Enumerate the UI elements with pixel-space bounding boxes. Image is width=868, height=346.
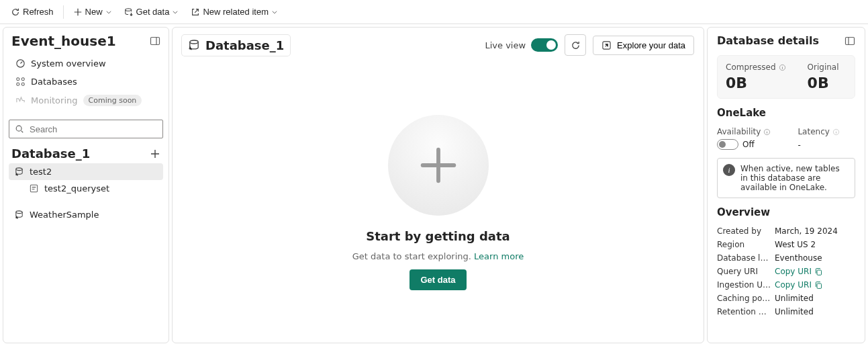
empty-state-title: Start by getting data bbox=[366, 229, 510, 243]
live-view-label: Live view bbox=[485, 40, 526, 50]
chevron-down-icon bbox=[172, 9, 179, 15]
copy-icon bbox=[814, 281, 823, 290]
availability-label: Availability bbox=[717, 127, 761, 136]
toolbar-separator bbox=[63, 5, 64, 19]
nav-monitoring-label: Monitoring bbox=[31, 95, 78, 105]
svg-rect-6 bbox=[21, 83, 24, 85]
svg-point-0 bbox=[125, 8, 131, 11]
created-by-value: March, 19 2024 bbox=[775, 226, 855, 236]
info-icon[interactable] bbox=[763, 128, 771, 136]
plus-icon bbox=[73, 7, 83, 17]
database-location-value: Eventhouse bbox=[775, 253, 855, 263]
latency-label: Latency bbox=[798, 127, 829, 136]
new-related-label: New related item bbox=[203, 7, 269, 17]
tree-item-label: test2_queryset bbox=[44, 183, 158, 193]
new-button[interactable]: New bbox=[68, 4, 117, 19]
refresh-center-button[interactable] bbox=[565, 34, 586, 56]
compressed-label: Compressed bbox=[726, 62, 776, 72]
queryset-icon bbox=[29, 183, 39, 193]
search-input[interactable] bbox=[28, 124, 157, 135]
database-arrow-icon bbox=[124, 7, 134, 17]
region-label: Region bbox=[717, 240, 771, 249]
right-panel: Database details Compressed 0B Ori bbox=[707, 27, 865, 343]
database-chip: Database_1 bbox=[182, 35, 290, 56]
svg-rect-5 bbox=[17, 83, 19, 85]
gauge-icon bbox=[15, 58, 26, 69]
shortcut-icon bbox=[14, 210, 24, 220]
svg-point-10 bbox=[16, 211, 22, 214]
svg-point-7 bbox=[16, 126, 21, 131]
explore-label: Explore your data bbox=[617, 40, 685, 50]
get-data-cta-button[interactable]: Get data bbox=[409, 269, 466, 290]
eventhouse-title: Event_house1 bbox=[11, 33, 116, 49]
ingestion-url-label: Ingestion URL bbox=[717, 280, 771, 290]
ingestion-url-copy[interactable]: Copy URI bbox=[775, 280, 855, 290]
new-related-item-button[interactable]: New related item bbox=[185, 4, 283, 19]
compass-icon bbox=[601, 40, 612, 50]
info-icon[interactable] bbox=[832, 128, 840, 136]
svg-rect-17 bbox=[817, 270, 822, 275]
coming-soon-badge: Coming soon bbox=[83, 95, 142, 106]
storage-stats-card: Compressed 0B Original 0B bbox=[717, 55, 855, 99]
refresh-button[interactable]: Refresh bbox=[5, 4, 59, 19]
svg-rect-1 bbox=[151, 38, 160, 45]
tree-item-label: WeatherSample bbox=[30, 210, 158, 220]
onelake-availability-toggle[interactable] bbox=[717, 139, 738, 150]
learn-more-link[interactable]: Learn more bbox=[474, 251, 524, 261]
refresh-icon bbox=[11, 7, 20, 17]
region-value: West US 2 bbox=[775, 240, 855, 249]
explore-your-data-button[interactable]: Explore your data bbox=[593, 36, 694, 55]
nav-system-overview[interactable]: System overview bbox=[9, 54, 163, 73]
new-label: New bbox=[85, 7, 103, 17]
empty-state-subtitle: Get data to start exploring. Learn more bbox=[352, 251, 524, 261]
caching-policy-label: Caching policy bbox=[717, 294, 771, 303]
tree-item-test2-queryset[interactable]: test2_queryset bbox=[9, 180, 163, 197]
monitoring-icon bbox=[15, 95, 26, 105]
add-database-button[interactable] bbox=[150, 148, 160, 159]
empty-state-illustration bbox=[388, 115, 489, 216]
get-data-button[interactable]: Get data bbox=[119, 4, 185, 19]
availability-value: Off bbox=[742, 140, 755, 149]
info-icon[interactable] bbox=[779, 64, 786, 71]
svg-point-11 bbox=[190, 40, 198, 44]
original-label: Original bbox=[808, 62, 839, 72]
nav-system-overview-label: System overview bbox=[31, 58, 106, 69]
chevron-down-icon bbox=[271, 9, 278, 15]
svg-rect-3 bbox=[17, 78, 19, 81]
tree-item-label: test2 bbox=[30, 167, 158, 177]
shortcut-icon bbox=[14, 167, 24, 177]
svg-rect-18 bbox=[817, 284, 822, 288]
copy-icon bbox=[814, 267, 823, 276]
tree-item-test2[interactable]: test2 bbox=[9, 163, 163, 180]
grid-icon bbox=[15, 77, 26, 87]
live-view-toggle[interactable] bbox=[531, 38, 558, 52]
tree-item-weathersample[interactable]: WeatherSample bbox=[9, 206, 163, 223]
caching-policy-value: Unlimited bbox=[775, 294, 855, 303]
database-icon bbox=[188, 39, 200, 51]
database-section-title: Database_1 bbox=[11, 146, 90, 161]
onelake-info-text: When active, new tables in this database… bbox=[740, 164, 849, 192]
query-uri-copy[interactable]: Copy URI bbox=[775, 267, 855, 276]
nav-databases[interactable]: Databases bbox=[9, 73, 163, 91]
overview-kv-list: Created by March, 19 2024 Region West US… bbox=[717, 226, 855, 316]
database-details-title: Database details bbox=[717, 34, 819, 47]
svg-point-8 bbox=[16, 168, 22, 171]
onelake-info-box: i When active, new tables in this databa… bbox=[717, 158, 855, 198]
svg-rect-9 bbox=[30, 185, 37, 191]
expand-panel-icon[interactable] bbox=[845, 36, 855, 46]
chevron-down-icon bbox=[105, 9, 112, 15]
nav-monitoring: Monitoring Coming soon bbox=[9, 91, 163, 110]
database-name: Database_1 bbox=[205, 38, 284, 52]
query-uri-label: Query URI bbox=[717, 267, 771, 276]
collapse-panel-icon[interactable] bbox=[150, 36, 160, 46]
original-value: 0B bbox=[808, 75, 839, 91]
retention-policy-label: Retention policy bbox=[717, 307, 771, 316]
get-data-label: Get data bbox=[136, 7, 170, 17]
overview-title: Overview bbox=[717, 206, 855, 218]
latency-value: - bbox=[798, 140, 839, 150]
svg-rect-13 bbox=[846, 37, 855, 44]
created-by-label: Created by bbox=[717, 226, 771, 236]
compressed-value: 0B bbox=[726, 75, 786, 91]
search-input-wrap[interactable] bbox=[9, 120, 163, 138]
retention-policy-value: Unlimited bbox=[775, 307, 855, 316]
